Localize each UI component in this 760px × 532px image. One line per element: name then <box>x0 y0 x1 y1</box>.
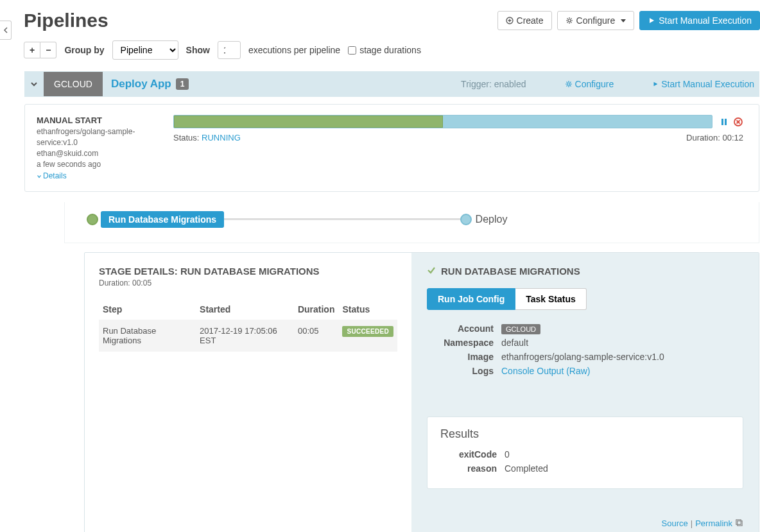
stage-node-1[interactable] <box>87 214 98 225</box>
result-reason-label: reason <box>440 463 505 474</box>
execution-progress-bar[interactable] <box>173 115 712 128</box>
gear-icon <box>566 17 573 24</box>
execution-row: MANUAL START ethanfrogers/golang-sample-… <box>24 104 759 192</box>
field-image-label: Image <box>427 352 501 362</box>
field-namespace-value: default <box>501 338 528 348</box>
cell-started: 2017-12-19 17:05:06 EST <box>196 320 294 352</box>
execution-image: ethanfrogers/golang-sample-service:v1.0 <box>37 126 155 148</box>
copy-icon[interactable] <box>735 519 743 529</box>
gear-icon <box>565 80 573 88</box>
field-image-value: ethanfrogers/golang-sample-service:v1.0 <box>501 352 664 362</box>
account-tab[interactable]: GCLOUD <box>44 72 103 96</box>
console-output-link[interactable]: Console Output (Raw) <box>501 366 591 376</box>
svg-rect-6 <box>738 520 742 525</box>
field-account-value: GCLOUD <box>501 323 540 334</box>
stage-durations-toggle[interactable]: stage durations <box>348 45 421 55</box>
expand-all-button[interactable]: + <box>24 42 40 58</box>
stage-label-2[interactable]: Deploy <box>476 214 508 225</box>
col-step: Step <box>99 299 196 320</box>
cell-duration: 00:05 <box>294 320 339 352</box>
group-by-select[interactable]: Pipeline <box>112 40 178 60</box>
cell-status: SUCCEEDED <box>338 320 397 352</box>
result-exitcode-label: exitCode <box>440 449 505 459</box>
collapse-pipeline-toggle[interactable] <box>24 80 44 89</box>
cancel-icon[interactable] <box>733 117 743 127</box>
collapse-all-button[interactable]: − <box>40 42 56 58</box>
minus-icon: − <box>46 45 51 55</box>
stage-panel-title: RUN DATABASE MIGRATIONS <box>427 266 743 277</box>
tab-task-status[interactable]: Task Status <box>515 288 587 310</box>
sidebar-toggle[interactable] <box>0 21 12 40</box>
stage-node-2[interactable] <box>460 214 472 225</box>
cell-step: Run Database Migrations <box>99 320 196 352</box>
field-account-label: Account <box>427 323 501 334</box>
pipeline-start-manual-link[interactable]: Start Manual Execution <box>652 79 754 89</box>
create-button[interactable]: Create <box>497 11 552 30</box>
trigger-status: Trigger: enabled <box>461 79 526 89</box>
play-icon <box>648 17 655 24</box>
pipeline-name[interactable]: Deploy App <box>111 78 171 90</box>
execution-duration: Duration: 00:12 <box>686 133 743 142</box>
pause-icon[interactable] <box>719 117 729 127</box>
check-icon <box>427 266 436 277</box>
group-by-label: Group by <box>64 45 104 55</box>
page-title: Pipelines <box>24 10 108 31</box>
chevron-down-icon <box>30 80 39 89</box>
steps-table: Step Started Duration Status Run Databas… <box>99 299 397 352</box>
tab-run-job-config[interactable]: Run Job Config <box>427 288 515 310</box>
show-suffix: executions per pipeline <box>248 45 340 55</box>
result-exitcode-value: 0 <box>505 449 510 459</box>
stage-details-duration: Duration: 00:05 <box>99 279 397 287</box>
caret-left-icon <box>3 27 9 33</box>
plus-circle-icon <box>506 17 514 24</box>
show-label: Show <box>186 45 210 55</box>
col-duration: Duration <box>294 299 339 320</box>
result-reason-value: Completed <box>505 463 548 474</box>
execution-trigger-title: MANUAL START <box>37 115 155 126</box>
chevron-down-icon <box>37 174 42 179</box>
configure-button[interactable]: Configure <box>557 11 635 30</box>
field-namespace-label: Namespace <box>427 338 501 348</box>
results-box: Results exitCode 0 reason Completed <box>427 416 743 489</box>
play-icon <box>652 81 659 87</box>
execution-details-toggle[interactable]: Details <box>37 171 67 182</box>
svg-rect-7 <box>736 519 741 524</box>
stage-connector <box>224 218 460 220</box>
svg-point-1 <box>568 19 571 22</box>
stage-label-1[interactable]: Run Database Migrations <box>101 211 224 228</box>
execution-count-badge: 1 <box>176 78 189 90</box>
permalink-link[interactable]: Permalink <box>695 519 732 528</box>
col-started: Started <box>196 299 294 320</box>
show-count-input[interactable] <box>218 41 241 59</box>
field-logs-label: Logs <box>427 366 501 376</box>
progress-fill <box>174 116 443 128</box>
col-status: Status <box>338 299 397 320</box>
pipeline-configure-link[interactable]: Configure <box>565 79 614 89</box>
svg-rect-3 <box>721 119 723 125</box>
stage-details-title: STAGE DETAILS: RUN DATABASE MIGRATIONS <box>99 266 397 277</box>
svg-point-2 <box>567 83 570 85</box>
source-link[interactable]: Source <box>662 519 688 528</box>
field-logs-value: Console Output (Raw) <box>501 366 591 376</box>
stage-durations-checkbox[interactable] <box>348 46 356 55</box>
execution-status: Status: RUNNING <box>173 133 241 142</box>
svg-rect-4 <box>725 119 727 125</box>
table-row[interactable]: Run Database Migrations 2017-12-19 17:05… <box>99 320 397 352</box>
execution-age: a few seconds ago <box>37 159 155 170</box>
plus-icon: + <box>30 45 35 55</box>
start-manual-execution-button[interactable]: Start Manual Execution <box>639 11 760 30</box>
results-title: Results <box>440 427 730 441</box>
execution-user: ethan@skuid.com <box>37 148 155 159</box>
